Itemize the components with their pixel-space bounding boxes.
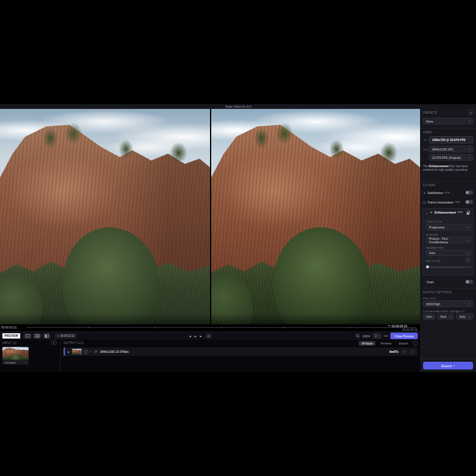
seconds-unit: sec bbox=[384, 334, 388, 337]
divider bbox=[420, 181, 476, 181]
timeline-track[interactable] bbox=[26, 327, 416, 328]
toggle-knob bbox=[466, 280, 469, 283]
view-single-icon bbox=[26, 334, 30, 337]
audio-select[interactable]: Auto ▾ bbox=[456, 314, 473, 320]
presets-header: PRESETS bbox=[423, 111, 437, 114]
chevron-down-icon: ▾ bbox=[453, 364, 455, 367]
thumbnail-scene bbox=[2, 347, 29, 360]
output-row[interactable]: ▸ ≡ < (P) 3840x2160 23.976fps 0m57s ✓ ⋯ bbox=[62, 347, 418, 356]
chevron-down-icon: ▾ bbox=[469, 148, 470, 151]
view-split-icon bbox=[35, 334, 39, 337]
parameters-select[interactable]: Auto ▾ bbox=[426, 250, 471, 256]
grain-toggle[interactable] bbox=[465, 280, 473, 284]
video-pane-original[interactable] bbox=[0, 109, 210, 324]
ai-model-select[interactable]: Proteus - Fine-Tune/Enhance ▾ bbox=[426, 237, 471, 243]
input-clip-thumbnail bbox=[2, 347, 29, 360]
clip-menu-icon[interactable]: ⋯ bbox=[24, 361, 27, 364]
row-menu-icon[interactable]: ⋯ bbox=[409, 349, 415, 355]
timeline-tick bbox=[155, 327, 155, 328]
zoom-icon[interactable] bbox=[356, 334, 360, 338]
parameters-label: PARAMETERS bbox=[426, 246, 444, 249]
export-label: Export bbox=[441, 364, 452, 368]
video-frame-preview bbox=[211, 109, 420, 324]
video-type-select[interactable]: Progressive ▾ bbox=[426, 224, 471, 230]
add-input-button[interactable]: + bbox=[51, 340, 57, 345]
timeline-tick bbox=[284, 327, 284, 328]
input-clip-card[interactable]: 720-kolob1 ⋯ bbox=[2, 347, 29, 365]
enhancement-card: ⌄ ✦ Enhancement BETA VIDEO TYPE Progress… bbox=[422, 208, 474, 275]
stabilization-toggle[interactable] bbox=[465, 190, 473, 195]
add-noise-value-box[interactable]: 0 bbox=[466, 258, 471, 262]
parameters-value: Auto bbox=[429, 251, 435, 255]
ai-model-label: AI MODEL bbox=[426, 233, 439, 236]
chevron-down-icon: ▾ bbox=[467, 239, 468, 242]
view-mode-side-by-side-button[interactable] bbox=[43, 333, 51, 339]
chevron-down-icon: ▾ bbox=[467, 252, 468, 255]
stabilization-label: Stabilization bbox=[427, 191, 443, 195]
chevron-down-icon: ▾ bbox=[469, 302, 470, 305]
close-preview-button[interactable]: Close Preview bbox=[390, 333, 418, 339]
output-panel-header: OUTPUT (1/1) bbox=[64, 342, 84, 345]
divider bbox=[420, 359, 476, 359]
enhancement-icon: ✦ bbox=[430, 211, 433, 214]
tab-all-inputs[interactable]: All Inputs bbox=[359, 341, 376, 346]
frame-interpolation-icon: ◫ bbox=[423, 201, 426, 204]
ridge-vegetation bbox=[0, 122, 210, 161]
bitrate-select[interactable]: Auto ▾ bbox=[437, 314, 454, 320]
window-title: Topaz Video AI v3.0 bbox=[0, 104, 476, 109]
timeline[interactable]: 00:00:01:11 ▼ 00:00:05:10 00:00:05:11 bbox=[0, 324, 420, 331]
chevron-down-icon: ▾ bbox=[431, 315, 433, 318]
trim-time-chip[interactable]: ▼ 00:00:02:10 bbox=[55, 333, 77, 339]
preview-button[interactable]: PREVIEW bbox=[2, 333, 20, 339]
source-info[interactable]: 1280x720 @ 23.976 FPS bbox=[429, 136, 473, 143]
thumbnail-scene bbox=[72, 349, 82, 355]
video-frame-original bbox=[0, 109, 210, 324]
collapse-chevron-icon[interactable]: ⌄ bbox=[425, 211, 428, 214]
container-select[interactable]: mov ▾ bbox=[423, 314, 436, 320]
add-noise-slider[interactable] bbox=[426, 267, 471, 268]
row-expander-icon[interactable]: ▸ bbox=[68, 350, 70, 353]
output-thumbnail bbox=[72, 349, 82, 355]
playback-controls: ◂ ▸ ▸ ⟳ bbox=[189, 333, 212, 339]
lock-icon bbox=[466, 211, 470, 215]
play-button[interactable]: ▸ bbox=[195, 334, 196, 338]
filters-header: FILTERS bbox=[423, 184, 436, 187]
add-noise-label: ADD NOISE bbox=[426, 259, 441, 262]
previous-frame-button[interactable]: ◂ bbox=[189, 334, 191, 338]
kebab-menu-icon[interactable]: ⋮ bbox=[413, 341, 418, 346]
view-mode-single-button[interactable] bbox=[24, 333, 32, 339]
preview-duration-select[interactable]: 2 ▾ bbox=[372, 333, 381, 339]
playhead-icon: ▼ bbox=[388, 324, 390, 328]
enhancement-title: Enhancement bbox=[434, 211, 456, 214]
beta-tag: BETA bbox=[445, 192, 450, 194]
frame-interpolation-label: Frame Interpolation bbox=[428, 201, 453, 204]
view-mode-split-button[interactable] bbox=[33, 333, 41, 339]
video-pane-preview[interactable] bbox=[211, 109, 420, 324]
framerate-select[interactable]: 23.976 FPS (Original) ▾ bbox=[429, 154, 473, 161]
bitrate-label: BITRATE (MB/S) bbox=[437, 310, 458, 313]
encoder-select[interactable]: H264 High ▾ bbox=[423, 300, 473, 307]
panel-divider bbox=[60, 340, 61, 372]
current-timecode: 00:00:01:11 bbox=[1, 325, 17, 329]
export-button[interactable]: Export ▾ bbox=[423, 362, 473, 369]
filter-badge-icon: ≡ bbox=[84, 350, 88, 354]
preset-select[interactable]: None ▾ bbox=[423, 118, 473, 124]
in-label: IN bbox=[424, 139, 427, 142]
encoder-value: H264 High bbox=[426, 302, 440, 306]
next-frame-button[interactable]: ▸ bbox=[200, 334, 202, 338]
loop-button[interactable]: ⟳ bbox=[205, 333, 212, 339]
cliff bbox=[72, 349, 82, 354]
container-label: CONTAINER bbox=[423, 310, 439, 313]
timeline-tick bbox=[89, 327, 89, 328]
source-info-text: 1280x720 @ 23.976 FPS bbox=[432, 138, 465, 142]
enhancement-card-header[interactable]: ⌄ ✦ Enhancement BETA bbox=[425, 211, 462, 214]
tab-previews[interactable]: Previews bbox=[377, 341, 394, 346]
output-tabs: All Inputs Previews Exports ⋮ bbox=[359, 341, 418, 346]
zoom-level[interactable]: 100% bbox=[362, 334, 370, 338]
transport-bar: PREVIEW ▼ 00:00:02:10 ◂ ▸ ▸ ⟳ 100% 2 ▾ s… bbox=[0, 331, 420, 340]
resolution-select[interactable]: 3840x2160 (4X) ▾ bbox=[429, 146, 473, 152]
slider-thumb[interactable] bbox=[426, 265, 429, 268]
tab-exports[interactable]: Exports bbox=[396, 341, 411, 346]
add-preset-button[interactable]: + bbox=[468, 110, 474, 115]
frame-interpolation-toggle[interactable] bbox=[465, 200, 473, 204]
